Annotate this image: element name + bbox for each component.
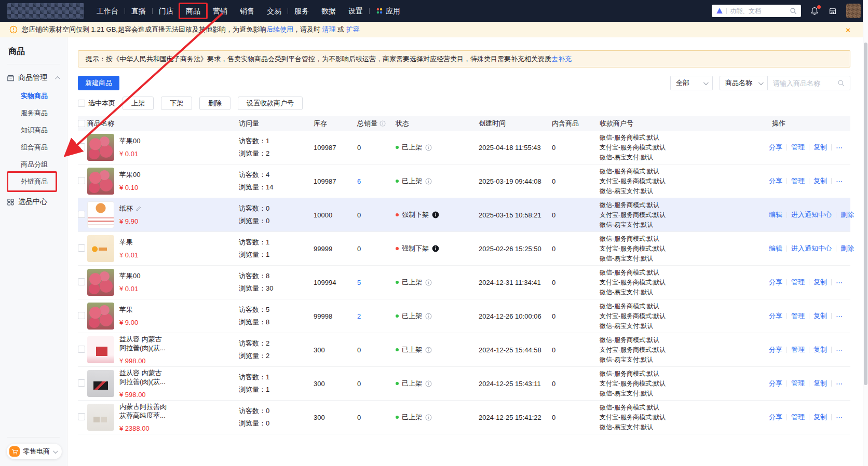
close-icon[interactable]: × [846, 26, 850, 34]
global-search-input[interactable] [730, 7, 786, 15]
row-checkbox[interactable] [78, 211, 85, 218]
info-icon[interactable] [425, 178, 432, 185]
row-checkbox[interactable] [78, 413, 85, 420]
nav-item-products[interactable]: 商品 [180, 0, 207, 22]
action-link[interactable]: 复制 [813, 143, 827, 152]
action-link[interactable]: 复制 [813, 345, 827, 354]
nav-item-sales[interactable]: 销售 [234, 0, 261, 22]
alert-clean-link[interactable]: 清理 [322, 25, 336, 33]
alert-expand-link[interactable]: 扩容 [346, 25, 360, 33]
action-link[interactable]: 管理 [791, 143, 805, 152]
action-link[interactable]: 编辑 [769, 210, 782, 220]
action-link[interactable]: 删除 [840, 244, 854, 253]
action-link[interactable]: 复制 [813, 311, 827, 321]
batch-delete-button[interactable]: 删除 [199, 97, 230, 110]
avatar[interactable] [846, 4, 861, 18]
info-icon[interactable] [425, 313, 432, 320]
action-link[interactable]: 管理 [791, 413, 805, 422]
edit-name-icon[interactable] [135, 205, 142, 212]
action-link[interactable]: 进入通知中心 [791, 210, 832, 220]
storefront-button[interactable] [828, 6, 837, 16]
nav-item-settings[interactable]: 设置 [342, 0, 369, 22]
more-actions-button[interactable]: ⋯ [836, 177, 843, 185]
search-field-select[interactable]: 商品名称 [720, 76, 768, 90]
action-link[interactable]: 分享 [769, 413, 782, 422]
action-link[interactable]: 复制 [813, 379, 827, 388]
more-actions-button[interactable]: ⋯ [836, 279, 843, 286]
action-link[interactable]: 管理 [791, 345, 805, 354]
action-link[interactable]: 复制 [813, 413, 827, 422]
info-filled-icon[interactable] [432, 245, 439, 252]
batch-set-merchant-button[interactable]: 设置收款商户号 [238, 97, 303, 110]
nav-item-data[interactable]: 数据 [315, 0, 342, 22]
sidebar-group-product-management[interactable]: 商品管理 [0, 68, 67, 87]
sidebar-item-combo-products[interactable]: 组合商品 [0, 139, 67, 156]
action-link[interactable]: 分享 [769, 143, 782, 152]
info-icon[interactable] [425, 347, 432, 353]
row-checkbox[interactable] [78, 346, 85, 353]
global-search[interactable] [712, 5, 801, 17]
info-icon[interactable] [425, 144, 432, 151]
nav-item-stores[interactable]: 门店 [153, 0, 180, 22]
info-icon[interactable] [379, 120, 386, 127]
action-link[interactable]: 复制 [813, 176, 827, 186]
more-actions-button[interactable]: ⋯ [836, 312, 843, 320]
sidebar-item-physical-products[interactable]: 实物商品 [0, 87, 67, 104]
action-link[interactable]: 分享 [769, 379, 782, 388]
sales-cell[interactable]: 6 [357, 177, 396, 185]
sidebar-item-knowledge-products[interactable]: 知识商品 [0, 121, 67, 139]
nav-item-marketing[interactable]: 营销 [207, 0, 234, 22]
row-checkbox[interactable] [78, 244, 85, 252]
more-actions-button[interactable]: ⋯ [836, 380, 843, 388]
info-filled-icon[interactable] [432, 211, 439, 218]
sidebar-item-external-link-products[interactable]: 外链商品 [0, 173, 67, 190]
action-link[interactable]: 进入通知中心 [791, 244, 832, 253]
nav-item-apps[interactable]: 应用 [370, 0, 406, 22]
action-link[interactable]: 管理 [791, 278, 805, 287]
row-checkbox[interactable] [78, 312, 85, 319]
nav-item-live[interactable]: 直播 [125, 0, 152, 22]
action-link[interactable]: 管理 [791, 176, 805, 186]
status-filter-select[interactable]: 全部 [670, 76, 713, 90]
action-link[interactable]: 分享 [769, 345, 782, 354]
select-all-checkbox[interactable] [78, 120, 85, 127]
search-icon[interactable] [837, 79, 845, 87]
action-link[interactable]: 管理 [791, 379, 805, 388]
action-link[interactable]: 删除 [840, 210, 854, 220]
nav-item-workbench[interactable]: 工作台 [90, 0, 125, 22]
batch-list-button[interactable]: 上架 [123, 97, 154, 110]
tip-supplement-link[interactable]: 去补充 [551, 54, 572, 64]
notifications-button[interactable] [810, 6, 819, 16]
info-icon[interactable] [425, 414, 432, 421]
row-checkbox[interactable] [78, 278, 85, 285]
action-link[interactable]: 编辑 [769, 244, 782, 253]
nav-item-trade[interactable]: 交易 [261, 0, 288, 22]
row-checkbox[interactable] [78, 177, 85, 184]
select-page-checkbox[interactable] [78, 100, 85, 107]
sidebar-item-selection-center[interactable]: 选品中心 [0, 193, 67, 211]
batch-delist-button[interactable]: 下架 [161, 97, 192, 110]
product-search-input[interactable] [773, 79, 837, 87]
more-actions-button[interactable]: ⋯ [836, 144, 843, 152]
more-actions-button[interactable]: ⋯ [836, 346, 843, 354]
action-link[interactable]: 分享 [769, 311, 782, 321]
action-link[interactable]: 分享 [769, 176, 782, 186]
info-icon[interactable] [425, 380, 432, 387]
sales-cell[interactable]: 5 [357, 279, 396, 286]
nav-item-service[interactable]: 服务 [288, 0, 315, 22]
sidebar-item-product-groups[interactable]: 商品分组 [0, 156, 67, 173]
search-icon[interactable] [790, 7, 797, 15]
action-link[interactable]: 分享 [769, 278, 782, 287]
row-checkbox[interactable] [78, 379, 85, 387]
scrollbar-thumb[interactable] [864, 43, 867, 385]
row-checkbox[interactable] [78, 143, 85, 150]
info-icon[interactable] [425, 279, 432, 286]
alert-docs-link[interactable]: 后续使用 [266, 25, 293, 33]
sidebar-item-service-products[interactable]: 服务商品 [0, 104, 67, 121]
sales-cell[interactable]: 2 [357, 312, 396, 320]
action-link[interactable]: 复制 [813, 278, 827, 287]
new-product-button[interactable]: 新建商品 [78, 76, 119, 90]
store-switcher[interactable]: 零售电商 [7, 444, 62, 459]
action-link[interactable]: 管理 [791, 311, 805, 321]
more-actions-button[interactable]: ⋯ [836, 414, 843, 421]
